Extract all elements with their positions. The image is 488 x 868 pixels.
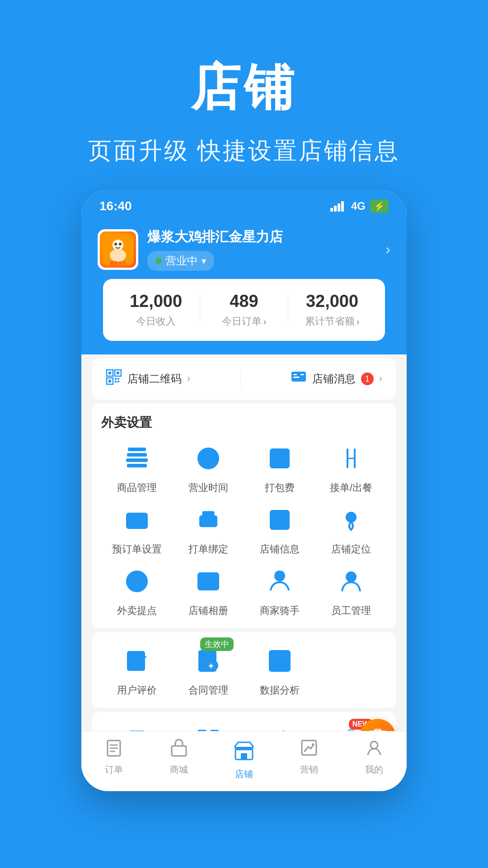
store-nav-icon (233, 739, 255, 765)
status-icons: 4G ⚡ (330, 199, 389, 213)
menu-item-tip[interactable]: ¥ 外卖提点 (101, 563, 173, 618)
nav-item-store[interactable]: 店铺 (211, 739, 277, 780)
menu-item-location[interactable]: 店铺定位 (315, 502, 387, 556)
qr-arrow-icon: › (187, 373, 190, 385)
bottom-nav: 订单 商城 店铺 营销 (81, 731, 407, 791)
nav-store-label: 店铺 (235, 768, 253, 780)
signal-icon (330, 201, 347, 212)
svg-rect-13 (117, 372, 119, 374)
svg-rect-16 (115, 378, 117, 380)
menu-item-staff[interactable]: 员工管理 (315, 563, 387, 618)
message-icon (291, 369, 307, 389)
hours-label: 营业时间 (188, 481, 228, 495)
store-logo: 爆浆鸡排 (98, 229, 138, 270)
svg-rect-41 (203, 512, 214, 517)
network-label: 4G (351, 200, 366, 212)
message-badge: 1 (361, 373, 374, 385)
chevron-down-icon: ▾ (202, 255, 206, 266)
menu-item-hours[interactable]: 营业时间 (173, 440, 244, 495)
svg-point-8 (119, 243, 122, 245)
store-status-badge[interactable]: 营业中 ▾ (147, 251, 214, 271)
menu-item-contract[interactable]: 生效中 合同管理 (173, 643, 244, 697)
svg-point-99 (371, 741, 378, 749)
svg-rect-97 (241, 753, 247, 760)
menu-item-empty1 (315, 643, 387, 697)
list-icon (262, 502, 298, 538)
svg-rect-23 (300, 374, 304, 375)
svg-rect-2 (338, 203, 340, 212)
nav-item-orders[interactable]: 订单 (81, 739, 146, 780)
nav-item-mine[interactable]: 我的 (342, 739, 407, 780)
store-info: 爆浆大鸡排汇金星力店 营业中 ▾ (147, 228, 376, 271)
rider-icon (262, 563, 298, 599)
svg-rect-25 (127, 453, 147, 457)
mine-nav-icon (365, 739, 383, 761)
stat-revenue-value: 12,000 (112, 292, 200, 311)
message-link[interactable]: 店铺消息 1 › (291, 369, 382, 389)
printer-icon (190, 502, 226, 538)
contract-icon: 生效中 (190, 643, 226, 679)
menu-item-goods[interactable]: 商品管理 (101, 440, 173, 495)
store-name: 爆浆大鸡排汇金星力店 (147, 228, 376, 246)
svg-rect-1 (334, 206, 337, 212)
preorder-label: 预订单设置 (112, 542, 162, 556)
packaging-label: 打包费 (265, 481, 295, 495)
menu-item-info[interactable]: 店铺信息 (244, 502, 315, 556)
nav-mine-label: 我的 (365, 764, 383, 776)
svg-text:¥: ¥ (134, 575, 140, 587)
person-icon (333, 563, 369, 599)
svg-point-7 (114, 243, 117, 245)
svg-rect-21 (293, 374, 297, 375)
staff-label: 员工管理 (331, 604, 371, 618)
svg-rect-17 (117, 378, 119, 380)
store-detail-arrow-icon[interactable]: › (385, 241, 390, 258)
store-header[interactable]: 爆浆鸡排 爆浆大鸡排汇金星力店 营业中 ▾ › (81, 219, 407, 283)
stat-orders-value: 489 (200, 292, 288, 311)
svg-rect-24 (128, 448, 146, 451)
qr-code-icon (106, 369, 122, 389)
orders-arrow-icon: › (263, 316, 267, 327)
store-brand-icon: 爆浆鸡排 (102, 234, 134, 265)
svg-point-50 (349, 515, 353, 519)
page-main-title: 店铺 (0, 54, 488, 122)
menu-item-preorder[interactable]: 预订单设置 (101, 502, 173, 556)
menu-item-printer[interactable]: 打单绑定 (173, 502, 244, 556)
chart-icon (262, 643, 298, 679)
tip-label: 外卖提点 (117, 604, 157, 618)
review-label: 用户评价 (117, 684, 157, 697)
svg-rect-3 (341, 201, 344, 212)
store-logo-image: 爆浆鸡排 (100, 231, 136, 268)
stat-revenue[interactable]: 12,000 今日收入 (112, 292, 200, 328)
delivery-settings-title: 外卖设置 (101, 414, 387, 431)
stat-orders[interactable]: 489 今日订单 › (200, 292, 288, 328)
edit-icon (119, 643, 155, 679)
menu-item-order[interactable]: 接单/出餐 (315, 440, 387, 495)
svg-rect-56 (275, 571, 284, 574)
nav-item-mall[interactable]: 商城 (146, 739, 211, 780)
rider-label: 商家骑手 (260, 604, 300, 618)
fork-icon (333, 440, 369, 476)
menu-item-review[interactable]: 用户评价 (101, 643, 173, 697)
nav-mall-label: 商城 (170, 764, 188, 776)
delivery-menu-grid: 商品管理 营业时间 打包费 (101, 440, 387, 618)
menu-item-packaging[interactable]: 打包费 (244, 440, 315, 495)
menu-item-analytics[interactable]: 数据分析 (244, 643, 315, 697)
menu-item-rider[interactable]: 商家骑手 (244, 563, 315, 618)
header-section: 店铺 页面升级 快捷设置店铺信息 (0, 0, 488, 194)
order-label: 接单/出餐 (330, 481, 372, 495)
location-icon (333, 502, 369, 538)
qr-code-link[interactable]: 店铺二维码 › (106, 369, 190, 389)
stat-savings[interactable]: 32,000 累计节省额 › (288, 292, 376, 328)
nav-item-marketing[interactable]: 营销 (277, 739, 342, 780)
goods-label: 商品管理 (117, 481, 157, 495)
wallet-icon (119, 502, 155, 538)
svg-rect-26 (126, 458, 148, 462)
menu-item-album[interactable]: 店铺相册 (173, 563, 244, 618)
svg-rect-43 (203, 525, 210, 527)
phone-mockup: 16:40 4G ⚡ (81, 190, 407, 791)
svg-rect-22 (293, 377, 300, 378)
status-dot-icon (155, 258, 162, 264)
svg-rect-11 (108, 372, 111, 374)
svg-rect-27 (127, 464, 147, 467)
stat-savings-value: 32,000 (288, 292, 376, 311)
